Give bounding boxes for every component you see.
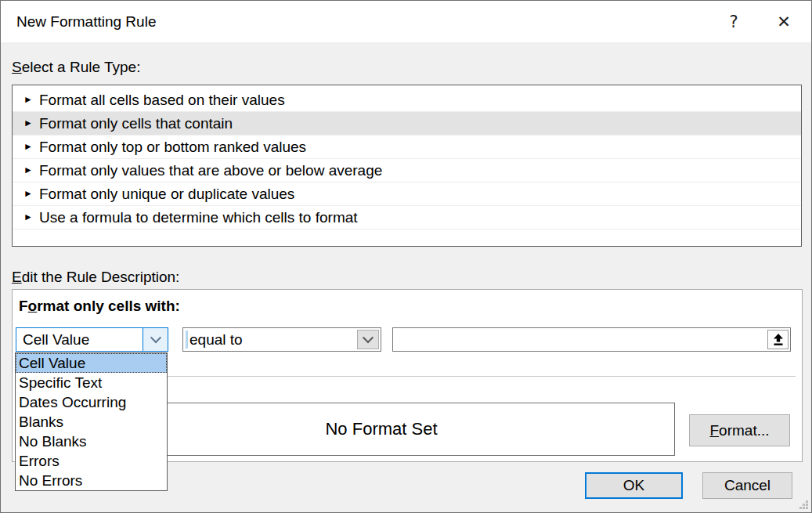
help-button[interactable]: ? [716,1,752,42]
operator-combobox-value: equal to [189,328,243,351]
rule-type-item-label: Format only top or bottom ranked values [39,135,306,158]
rule-type-item[interactable]: ► Format only unique or duplicate values [13,182,801,206]
format-only-cells-with-label: Format only cells with: [19,298,180,315]
titlebar[interactable]: New Formatting Rule ? ✕ [1,1,811,42]
collapse-dialog-button[interactable] [767,330,789,349]
cell-value-dropdown-list: Cell Value Specific Text Dates Occurring… [15,352,168,491]
dropdown-option[interactable]: No Blanks [16,432,167,451]
rule-arrow-icon: ► [23,159,39,182]
dropdown-option[interactable]: Errors [16,451,167,471]
select-rule-type-label: Select a Rule Type: [12,59,140,76]
edit-rule-description-label: Edit the Rule Description: [12,269,179,286]
dropdown-option[interactable]: Specific Text [16,373,167,392]
rule-arrow-icon: ► [23,182,39,205]
operator-combobox[interactable]: equal to [182,327,381,352]
collapse-dialog-icon [773,334,784,346]
rule-type-item[interactable]: ► Format only top or bottom ranked value… [13,135,801,159]
dropdown-option[interactable]: No Errors [16,471,167,490]
rule-type-list: ► Format all cells based on their values… [12,85,802,247]
format-preview-text: No Format Set [325,419,437,439]
rule-type-item[interactable]: ► Format all cells based on their values [13,89,801,112]
rule-arrow-icon: ► [23,112,39,135]
chevron-down-icon [150,332,161,343]
rule-type-item-label: Format only unique or duplicate values [39,182,294,205]
dialog-title: New Formatting Rule [16,1,156,42]
cancel-button[interactable]: Cancel [702,472,792,499]
cell-value-combobox-value: Cell Value [23,328,89,351]
operator-combobox-dropdown-button[interactable] [357,330,379,349]
close-button[interactable]: ✕ [766,1,802,42]
close-icon: ✕ [777,13,791,31]
text-caret [186,331,188,349]
value-input[interactable] [395,330,765,349]
cell-value-combobox-dropdown-button[interactable] [143,328,168,351]
cell-value-combobox[interactable]: Cell Value [16,327,168,352]
rule-type-item[interactable]: ► Format only values that are above or b… [13,159,801,182]
rule-type-item-label: Use a formula to determine which cells t… [39,206,358,229]
resize-grip[interactable] [799,500,809,510]
new-formatting-rule-dialog: New Formatting Rule ? ✕ Select a Rule Ty… [0,0,812,513]
help-icon: ? [729,13,738,31]
dropdown-option[interactable]: Dates Occurring [16,392,167,412]
rule-type-item-label: Format only values that are above or bel… [39,159,382,182]
rule-type-item-label: Format only cells that contain [39,112,233,135]
rule-type-item-selected[interactable]: ► Format only cells that contain [13,112,801,135]
value-field [392,327,791,352]
rule-arrow-icon: ► [23,135,39,158]
ok-button[interactable]: OK [585,472,683,499]
rule-arrow-icon: ► [23,206,39,229]
chevron-down-icon [363,332,374,343]
rule-arrow-icon: ► [23,89,39,111]
dropdown-option[interactable]: Cell Value [16,353,167,373]
dropdown-option[interactable]: Blanks [16,412,167,432]
rule-type-item-label: Format all cells based on their values [39,89,285,111]
rule-type-item[interactable]: ► Use a formula to determine which cells… [13,206,801,229]
format-preview-box: No Format Set [88,403,675,456]
format-button[interactable]: Format... [689,414,790,446]
